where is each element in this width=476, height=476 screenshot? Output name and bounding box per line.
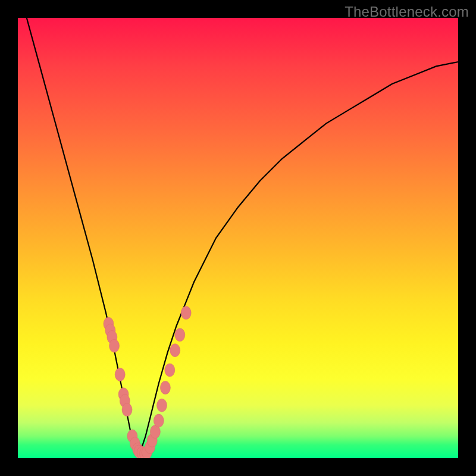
data-marker — [156, 399, 167, 412]
bottleneck-curve — [18, 18, 458, 458]
data-marker — [175, 328, 185, 342]
chart-frame: TheBottleneck.com — [0, 0, 476, 476]
data-marker — [122, 403, 132, 416]
data-marker — [109, 339, 120, 352]
data-marker — [170, 344, 180, 357]
data-marker — [181, 306, 191, 320]
data-marker — [165, 364, 175, 377]
plot-area — [18, 18, 458, 458]
data-marker — [160, 381, 170, 394]
watermark-text: TheBottleneck.com — [345, 4, 469, 20]
data-marker — [115, 368, 125, 381]
data-marker — [154, 414, 164, 427]
